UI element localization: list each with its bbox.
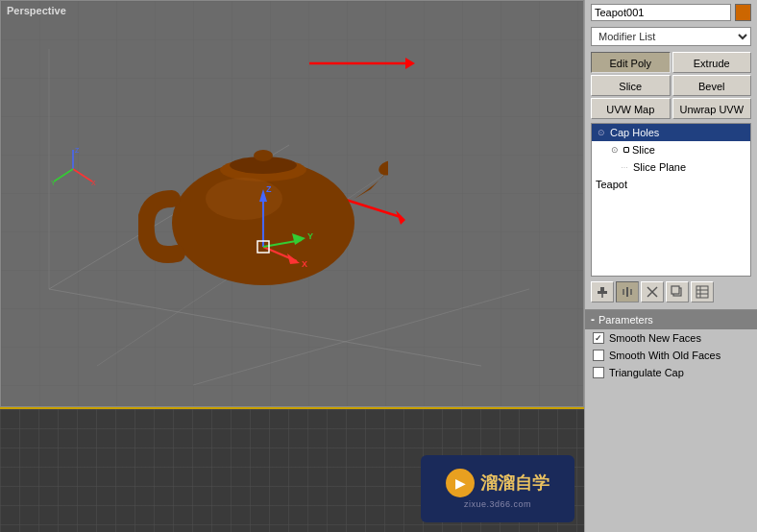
stack-actions (585, 278, 757, 305)
svg-line-4 (49, 289, 481, 366)
unwrap-uvw-button[interactable]: Unwrap UVW (672, 98, 752, 119)
viewport-axis-indicator: Z X Y (49, 145, 97, 193)
param-smooth-new-faces-row: Smooth New Faces (585, 329, 757, 347)
smooth-new-faces-label: Smooth New Faces (609, 332, 701, 344)
stack-item-slice[interactable]: ⊙ Slice (605, 141, 750, 158)
timeline-area[interactable]: ▶ 溜溜自学 zixue.3d66.com (0, 407, 584, 532)
slice-button[interactable]: Slice (591, 75, 671, 96)
name-row (585, 0, 757, 25)
stack-config-button[interactable] (691, 281, 714, 302)
stack-label-slice-plane: Slice Plane (633, 161, 686, 173)
viewport-label: Perspective (7, 5, 66, 16)
stack-icon-cap-holes: ⊙ (596, 127, 607, 138)
modifier-stack[interactable]: ⊙ Cap Holes ⊙ Slice ··· Slice Plane Teap… (591, 123, 751, 277)
svg-rect-41 (696, 286, 708, 298)
viewport-3d[interactable]: Perspective (0, 0, 584, 407)
stack-bullet-slice (623, 147, 629, 153)
stack-label-slice: Slice (632, 144, 655, 156)
pin-icon (596, 285, 609, 299)
svg-marker-3 (396, 210, 405, 225)
parameters-header: - Parameters (585, 310, 757, 329)
extrude-button[interactable]: Extrude (672, 52, 752, 73)
stack-item-teapot[interactable]: Teapot (592, 176, 750, 193)
uvw-map-button[interactable]: UVW Map (591, 98, 671, 119)
color-swatch[interactable] (735, 4, 751, 21)
watermark: ▶ 溜溜自学 zixue.3d66.com (421, 455, 574, 522)
stack-copy-button[interactable] (666, 281, 689, 302)
svg-text:X: X (302, 259, 307, 269)
right-panel: Modifier List Edit Poly Extrude Slice Be… (584, 0, 757, 532)
svg-point-13 (377, 158, 388, 178)
svg-rect-40 (672, 286, 679, 294)
smooth-with-old-faces-checkbox[interactable] (593, 350, 604, 361)
svg-text:Z: Z (75, 147, 80, 154)
param-smooth-old-faces-row: Smooth With Old Faces (585, 347, 757, 364)
triangulate-cap-label: Triangulate Cap (609, 367, 684, 378)
smooth-new-faces-checkbox[interactable] (593, 332, 604, 344)
parameters-title: Parameters (598, 314, 653, 326)
svg-line-7 (193, 289, 529, 385)
svg-rect-32 (600, 287, 604, 292)
modifier-list-row: Modifier List (585, 25, 757, 48)
stack-pin-button[interactable] (591, 281, 614, 302)
scissors-icon (646, 285, 659, 299)
smooth-with-old-faces-label: Smooth With Old Faces (609, 350, 720, 361)
stack-item-cap-holes[interactable]: ⊙ Cap Holes (592, 124, 750, 141)
svg-text:X: X (91, 180, 96, 186)
copy-icon (671, 285, 684, 299)
config-icon (696, 285, 709, 299)
svg-line-27 (73, 169, 92, 181)
object-name-input[interactable] (591, 4, 731, 21)
button-grid: Edit Poly Extrude Slice Bevel UVW Map Un… (585, 48, 757, 121)
parameters-section: - Parameters Smooth New Faces Smooth Wit… (585, 309, 757, 381)
stack-label-teapot: Teapot (596, 179, 627, 190)
svg-marker-1 (405, 58, 415, 69)
stack-icon-slice: ⊙ (609, 144, 621, 156)
svg-text:Y: Y (307, 231, 313, 241)
modifier-list-select[interactable]: Modifier List (591, 27, 751, 46)
stack-item-slice-plane[interactable]: ··· Slice Plane (615, 158, 750, 176)
svg-line-29 (54, 169, 73, 181)
stack-icon-slice-plane: ··· (619, 161, 630, 173)
teapot-scene: Z X Y (138, 98, 388, 290)
triangulate-cap-checkbox[interactable] (593, 367, 604, 378)
param-collapse-icon[interactable]: - (591, 313, 595, 326)
arrow-indicator-1 (300, 44, 415, 83)
svg-text:Y: Y (51, 180, 56, 186)
stack-show-button[interactable] (616, 281, 639, 302)
stack-cut-button[interactable] (641, 281, 664, 302)
watermark-play-icon: ▶ (446, 469, 475, 497)
edit-poly-button[interactable]: Edit Poly (591, 52, 671, 73)
show-icon (621, 285, 634, 299)
svg-point-12 (254, 150, 273, 161)
stack-label-cap-holes: Cap Holes (610, 127, 659, 138)
watermark-title: 溜溜自学 (480, 472, 549, 495)
svg-text:Z: Z (266, 184, 272, 194)
param-triangulate-cap-row: Triangulate Cap (585, 364, 757, 381)
watermark-url: zixue.3d66.com (464, 499, 531, 509)
bevel-button[interactable]: Bevel (672, 75, 752, 96)
